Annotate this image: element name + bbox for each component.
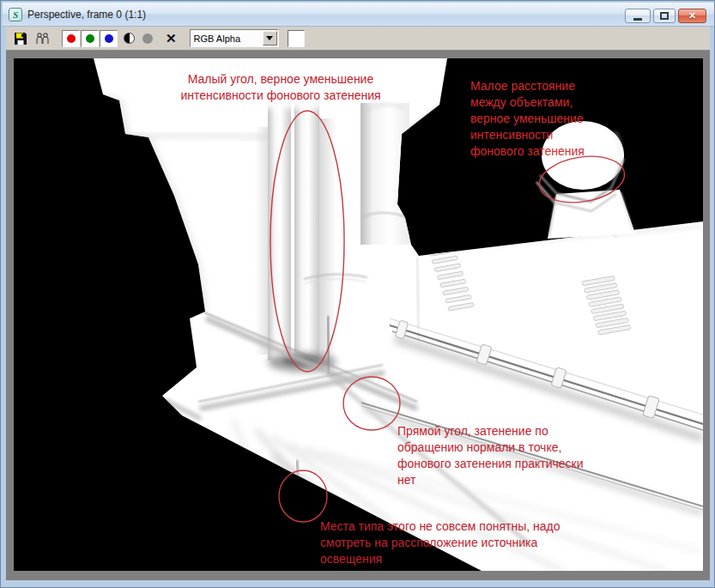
close-icon: ✕ [688,11,696,21]
clear-x-icon: ✕ [166,32,177,45]
dropdown-arrow-button[interactable] [263,31,277,45]
clone-icon [34,32,52,45]
close-button[interactable]: ✕ [678,9,706,23]
channel-display-value: RGB Alpha [191,33,263,44]
red-channel-button[interactable] [62,30,80,47]
toolbar: ✕ RGB Alpha [6,27,710,51]
annotation-line: Малый угол, верное уменьшение [177,71,385,88]
clear-button[interactable]: ✕ [166,32,177,45]
annotation-right-angle: Прямой угол, затенение по обращению норм… [397,423,584,488]
annotation-line: Места типа этого не совсем понятны, надо [320,518,560,535]
minimize-button[interactable] [625,9,651,23]
floppy-disk-icon [14,32,27,45]
blue-channel-button[interactable] [100,30,118,47]
annotation-line: верное уменьшение [470,111,585,127]
maximize-icon [660,12,669,20]
blue-channel-icon [105,34,113,43]
titlebar: S Perspective, frame 0 (1:1) ✕ [3,3,714,27]
background-color-swatch[interactable] [288,30,305,47]
alpha-icon [142,33,153,44]
alpha-button[interactable] [142,33,153,44]
clone-rendered-frame-button[interactable] [34,32,52,45]
annotation-line: Прямой угол, затенение по [397,423,584,439]
rendered-scene [14,58,703,571]
annotation-unclear-places: Места типа этого не совсем понятны, надо… [320,518,560,567]
green-channel-button[interactable] [81,30,99,47]
annotation-line: нет [397,472,584,488]
app-icon: S [9,8,22,21]
annotation-line: между объектами, [470,94,585,111]
annotation-line: освещения [320,551,560,567]
window-title: Perspective, frame 0 (1:1) [27,9,146,21]
annotation-line: фонового затенения практически [397,456,584,472]
annotation-small-distance: Малое расстояние между объектами, верное… [470,78,585,160]
chevron-down-icon [266,36,273,40]
render-frame-window: S Perspective, frame 0 (1:1) ✕ [0,0,715,588]
annotation-line: обращению нормали в точке, [397,439,584,456]
channel-display-dropdown[interactable]: RGB Alpha [190,29,279,47]
annotation-line: интенсивности [470,127,585,143]
annotation-line: интенсивности фонового затенения [177,88,385,104]
red-channel-icon [67,34,76,43]
annotation-line: фонового затенения [470,143,585,160]
annotation-line: Малое расстояние [470,78,585,94]
save-button[interactable] [14,32,27,45]
monochrome-button[interactable] [124,33,135,44]
monochrome-icon [124,33,135,44]
annotation-small-angle: Малый угол, верное уменьшение интенсивно… [177,71,385,104]
annotation-line: смотреть на рассположение источника [320,535,560,551]
minimize-icon [633,18,642,21]
maximize-button[interactable] [653,9,676,23]
window-controls: ✕ [625,9,706,23]
green-channel-icon [86,34,94,43]
viewport-frame: Малый угол, верное уменьшение интенсивно… [6,51,710,580]
render-canvas: Малый угол, верное уменьшение интенсивно… [14,58,703,571]
